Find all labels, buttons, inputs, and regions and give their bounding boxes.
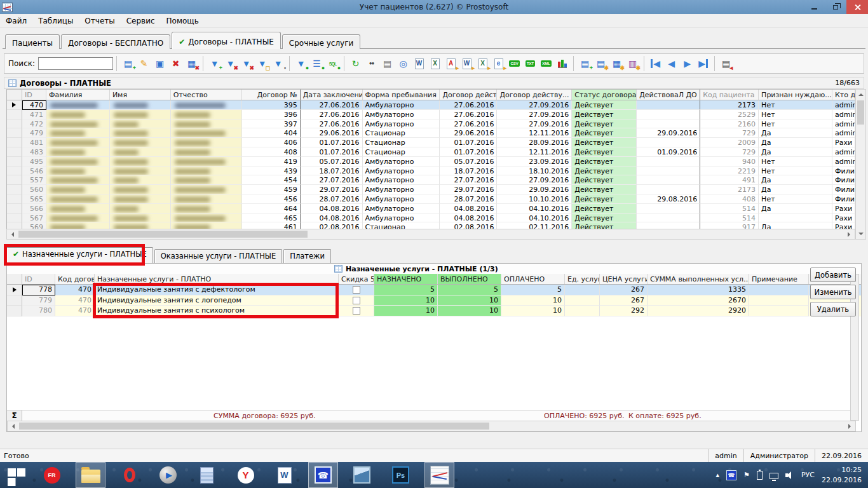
cell-need[interactable]: Да (759, 128, 832, 138)
cell-ot[interactable] (171, 110, 242, 119)
cell-done[interactable]: 10 (438, 306, 501, 316)
cell-num[interactable]: 439 (242, 166, 301, 176)
cell-note[interactable] (749, 295, 809, 306)
cell-until[interactable] (637, 110, 700, 119)
cell-need[interactable]: Да (759, 185, 832, 194)
cell-code[interactable]: 729 (700, 147, 759, 157)
cell-paid[interactable]: 5 (501, 285, 565, 295)
cell-im[interactable] (110, 138, 171, 147)
tab-0[interactable]: Пациенты (5, 34, 60, 49)
tray-volume-icon[interactable] (785, 471, 794, 479)
cell-num[interactable]: 408 (242, 147, 301, 157)
cell-form[interactable]: Амбулаторно (363, 214, 440, 223)
cell-fam[interactable] (46, 166, 110, 176)
tray-flag-icon[interactable]: ⚑ (743, 471, 750, 479)
cell-status[interactable]: Действует (572, 214, 637, 223)
cell-code[interactable]: 2173 (700, 185, 759, 194)
cell-who[interactable]: Рахи (832, 138, 855, 147)
cell-need[interactable]: Нет (759, 110, 832, 119)
column-header-from[interactable]: Договор действу... (440, 90, 497, 100)
cell-sum[interactable]: 2920 (648, 306, 749, 316)
cell-who[interactable]: admin (832, 100, 855, 110)
table-row[interactable]: 56746504.08.2016Амбулаторно04.08.201604.… (7, 214, 855, 223)
cell-until[interactable] (637, 119, 700, 129)
table-row[interactable]: 56045929.07.2016Амбулаторно29.07.201629.… (7, 185, 855, 194)
cell-from[interactable]: 18.07.2016 (440, 166, 497, 176)
cell-name[interactable]: Индивидуальные занятия с психологом (95, 306, 339, 316)
cell-need[interactable]: Нет (759, 119, 832, 129)
row-selector[interactable] (7, 306, 22, 316)
cell-ot[interactable] (171, 147, 242, 157)
filter-open-icon[interactable]: ▼◻ (254, 55, 270, 72)
tray-expand-icon[interactable]: ▴ (716, 471, 720, 479)
restore-button[interactable] (825, 0, 846, 14)
filter-clear-icon[interactable]: ▼✖ (238, 55, 254, 72)
cell-form[interactable]: Амбулаторно (363, 185, 440, 194)
cell-num[interactable]: 464 (242, 204, 301, 214)
menu-item-3[interactable]: Сервис (121, 15, 161, 27)
cell-need[interactable]: Нет (759, 100, 832, 110)
row-selector[interactable] (7, 128, 22, 138)
row-selector[interactable] (7, 157, 22, 166)
cell-date[interactable]: 27.06.2016 (301, 119, 363, 129)
column-header-num[interactable]: Договор № (242, 90, 301, 100)
table-settings-icon[interactable]: ▦✱ (609, 55, 625, 72)
column-header-contract[interactable]: Код договора (55, 274, 95, 284)
exit-icon[interactable]: ▤◄ (718, 55, 734, 72)
cell-to[interactable]: 23.09.2016 (497, 157, 572, 166)
taskbar-app-photos[interactable] (347, 462, 377, 488)
column-header-id[interactable]: ID (22, 90, 46, 100)
refresh-icon[interactable]: ↻ (348, 55, 363, 72)
cell-who[interactable]: admin (832, 110, 855, 119)
scroll-down-icon[interactable] (856, 229, 865, 239)
cell-id[interactable]: 779 (22, 295, 55, 306)
cell-contract[interactable]: 470 (55, 306, 95, 316)
column-header-form[interactable]: Форма пребывания (363, 90, 440, 100)
cell-to[interactable]: 10.10.2016 (497, 194, 572, 204)
cell-to[interactable]: 27.09.2016 (497, 110, 572, 119)
minimize-button[interactable] (803, 0, 825, 14)
sql-view-icon[interactable]: SQL● (325, 55, 341, 72)
table-row[interactable]: 54643918.07.2016Амбулаторно18.07.201618.… (7, 166, 855, 176)
cell-ot[interactable] (171, 166, 242, 176)
cell-form[interactable]: Амбулаторно (363, 204, 440, 214)
column-header-price[interactable]: ЦЕНА услуги (600, 274, 648, 284)
cell-from[interactable]: 28.07.2016 (440, 194, 497, 204)
clear-table-icon[interactable]: ▦✖ (184, 55, 200, 72)
cell-date[interactable]: 27.06.2016 (301, 100, 363, 110)
column-header-sum[interactable]: СУММА выполненных усл... (648, 274, 749, 284)
cell-until[interactable] (637, 214, 700, 223)
cell-price[interactable]: 267 (600, 285, 648, 295)
cell-need[interactable] (759, 214, 832, 223)
cell-id[interactable]: 566 (22, 204, 46, 214)
cell-need[interactable]: Да (759, 204, 832, 214)
scroll-right-icon[interactable] (844, 229, 855, 239)
cell-im[interactable] (110, 100, 171, 110)
cell-from[interactable]: 27.06.2016 (440, 119, 497, 129)
tab-2[interactable]: ✔Договоры - ПЛАТНЫЕ (172, 32, 281, 49)
cell-ot[interactable] (171, 100, 242, 110)
scroll-thumb[interactable] (18, 231, 308, 238)
row-selector[interactable] (7, 214, 22, 223)
row-settings-icon[interactable]: ▤✱ (593, 55, 609, 72)
cell-paid[interactable]: 10 (501, 306, 565, 316)
column-header-paid[interactable]: ОПЛАЧЕНО (501, 274, 565, 284)
search-input[interactable] (38, 57, 113, 70)
cell-fam[interactable] (46, 147, 110, 157)
cell-code[interactable]: 2529 (700, 110, 759, 119)
table-row[interactable]: 48340801.07.2016Стационар01.07.201612.11… (7, 147, 855, 157)
cell-id[interactable]: 557 (22, 175, 46, 185)
cell-im[interactable] (110, 119, 171, 129)
taskbar-app-opera[interactable] (114, 462, 144, 488)
cell-code[interactable]: 940 (700, 157, 759, 166)
cell-fam[interactable] (46, 214, 110, 223)
cell-to[interactable]: 27.09.2016 (497, 175, 572, 185)
table-props-icon[interactable]: ▥✱ (625, 55, 641, 72)
cell-from[interactable]: 04.08.2016 (440, 204, 497, 214)
cell-code[interactable]: 2173 (700, 100, 759, 110)
cell-date[interactable]: 01.07.2016 (301, 147, 363, 157)
cell-code[interactable]: 491 (700, 175, 759, 185)
cell-num[interactable]: 454 (242, 175, 301, 185)
cell-id[interactable]: 546 (22, 166, 46, 176)
row-selector[interactable] (7, 147, 22, 157)
